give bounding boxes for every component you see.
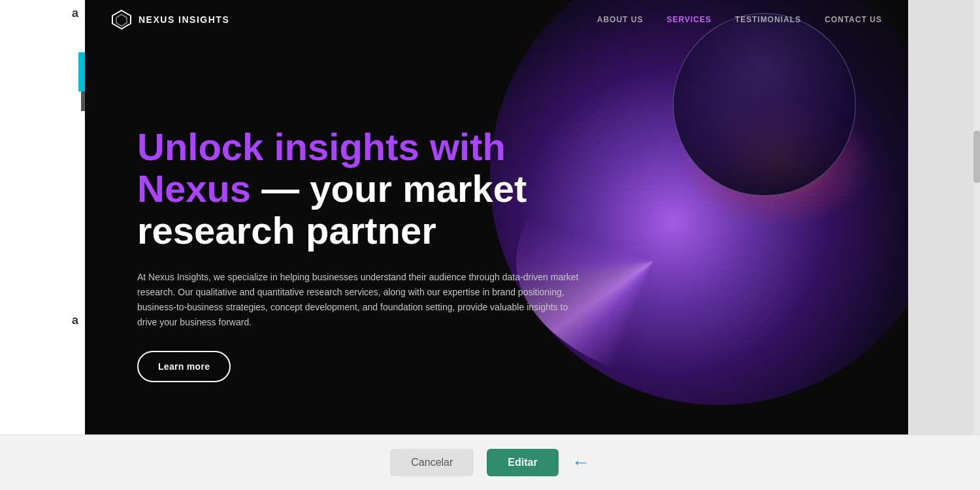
chrome-letter-top: a [72,7,78,20]
site-preview: NEXUS INSIGHTS ABOUT US SERVICES TESTIMO… [85,0,908,434]
edit-button[interactable]: Editar [487,449,558,476]
bg-orb-inner [673,13,856,196]
nav-testimonials[interactable]: TESTIMONIALS [735,15,801,24]
hero-title-line1: Unlock insights with [137,125,506,168]
hero-title-nexus: Nexus [137,167,251,210]
chrome-dark-bar [81,91,85,111]
logo-icon [111,9,132,30]
learn-more-button[interactable]: Learn more [137,351,231,382]
cancel-button[interactable]: Cancelar [390,449,474,476]
arrow-left-icon: ← [572,452,590,473]
chrome-cyan-bar [78,52,85,91]
logo[interactable]: NEXUS INSIGHTS [111,9,229,30]
hero-title: Unlock insights with Nexus — your market… [137,126,608,251]
hero-section: Unlock insights with Nexus — your market… [137,126,608,382]
chrome-letter-mid: a [72,314,78,327]
bottom-action-bar: Cancelar Editar ← [0,434,980,490]
nav-about[interactable]: ABOUT US [597,15,644,24]
scrollbar[interactable] [973,0,980,434]
logo-text: NEXUS INSIGHTS [139,14,229,25]
left-chrome-strip: a a [0,0,85,490]
svg-marker-1 [116,14,127,26]
nav-links: ABOUT US SERVICES TESTIMONIALS CONTACT U… [597,15,882,24]
nav-services[interactable]: SERVICES [666,15,711,24]
navbar: NEXUS INSIGHTS ABOUT US SERVICES TESTIMO… [85,0,908,39]
nav-contact[interactable]: CONTACT US [825,15,882,24]
hero-description: At Nexus Insights, we specialize in help… [137,270,581,330]
scrollbar-thumb[interactable] [973,131,980,183]
